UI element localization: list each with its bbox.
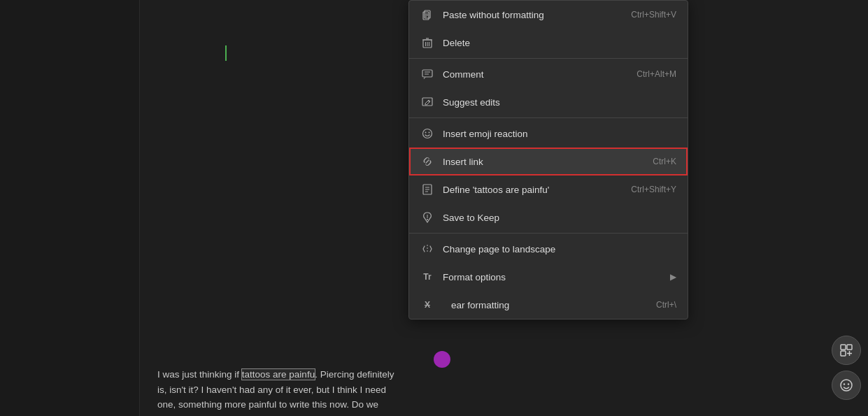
menu-item-delete[interactable]: Delete [409,29,688,57]
svg-point-35 [848,383,849,385]
link-icon [420,155,434,168]
menu-label-define: Define 'tattoos are painfu' [443,185,631,195]
menu-shortcut-comment: Ctrl+Alt+M [636,69,676,79]
menu-item-save-keep[interactable]: Save to Keep [409,203,688,231]
menu-item-clear-formatting[interactable]: X ear formatting Ctrl+\ [409,291,688,319]
menu-item-landscape[interactable]: Change page to landscape [409,235,688,263]
menu-item-define[interactable]: Define 'tattoos are painfu' Ctrl+Shift+Y [409,175,688,203]
clear-icon: X [420,298,434,312]
keep-icon [420,210,434,224]
emoji-reaction-button[interactable] [832,371,861,400]
svg-rect-11 [422,70,432,77]
left-panel [0,0,140,416]
svg-point-34 [844,383,845,385]
menu-label-landscape: Change page to landscape [443,244,676,254]
menu-label-clear: ear formatting [451,300,656,310]
text-cursor [225,45,227,61]
divider-1 [409,58,688,59]
paste-icon [420,8,434,22]
right-action-buttons [832,336,861,400]
define-icon [420,182,434,196]
svg-rect-30 [841,351,846,356]
menu-label-save-keep: Save to Keep [443,213,676,223]
menu-label-emoji: Insert emoji reaction [443,129,676,139]
svg-line-20 [426,160,429,163]
menu-item-suggest-edits[interactable]: Suggest edits [409,88,688,116]
svg-point-19 [429,132,430,134]
document-text-area: I was just thinking if tattoos are painf… [147,360,406,416]
emoji-icon [420,127,434,141]
suggest-icon [420,95,434,109]
svg-rect-28 [841,345,846,350]
menu-label-paste: Paste without formatting [443,10,631,20]
trash-icon [420,36,434,50]
svg-point-26 [427,219,428,220]
comment-icon [420,67,434,81]
svg-point-33 [841,380,852,391]
menu-item-format-options[interactable]: Tr Format options ▶ [409,263,688,291]
submenu-arrow-icon: ▶ [670,272,676,282]
divider-3 [409,233,688,234]
menu-shortcut-paste: Ctrl+Shift+V [631,10,676,20]
menu-shortcut-clear: Ctrl+\ [656,300,676,310]
doc-text-content: I was just thinking if tattoos are painf… [157,369,394,416]
user-cursor-avatar [434,351,450,368]
menu-shortcut-link: Ctrl+K [653,157,676,166]
svg-rect-29 [847,345,852,350]
menu-label-link: Insert link [443,157,653,167]
landscape-icon [420,242,434,256]
svg-point-18 [425,132,427,134]
context-menu: Paste without formatting Ctrl+Shift+V De… [408,0,688,320]
menu-label-comment: Comment [443,69,636,80]
menu-item-insert-emoji[interactable]: Insert emoji reaction [409,120,688,148]
menu-shortcut-define: Ctrl+Shift+Y [631,185,676,194]
add-button[interactable] [832,336,861,365]
menu-label-format: Format options [443,272,664,282]
highlighted-text: tattoos are painfu [242,369,315,380]
menu-item-insert-link[interactable]: Insert link Ctrl+K [409,148,688,175]
divider-2 [409,117,688,118]
svg-point-17 [423,129,432,138]
format-icon: Tr [420,270,434,284]
menu-item-paste-without-formatting[interactable]: Paste without formatting Ctrl+Shift+V [409,1,688,29]
menu-item-comment[interactable]: Comment Ctrl+Alt+M [409,60,688,88]
menu-label-delete: Delete [443,38,676,48]
menu-label-suggest: Suggest edits [443,97,676,108]
